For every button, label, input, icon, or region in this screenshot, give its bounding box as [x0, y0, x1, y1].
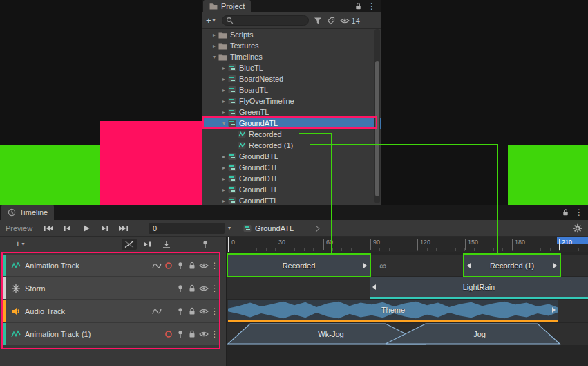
tree-item-groundatl[interactable]: ▾ GroundATL — [202, 118, 381, 129]
track-menu-icon[interactable]: ⋮ — [209, 307, 220, 315]
window-menu-icon[interactable]: ⋮ — [368, 2, 376, 10]
add-track-button[interactable]: + ▾ — [15, 239, 25, 248]
foldout-icon[interactable]: ▾ — [210, 54, 218, 60]
settings-gear-button[interactable] — [573, 223, 582, 233]
foldout-icon[interactable]: ▸ — [220, 65, 228, 71]
edit-mode-mix-button[interactable] — [122, 239, 137, 250]
lock-icon — [188, 262, 196, 270]
foldout-icon[interactable]: ▾ — [220, 120, 228, 127]
foldout-icon[interactable]: ▸ — [220, 109, 228, 116]
lock-track-button[interactable] — [186, 330, 198, 338]
go-to-end-button[interactable] — [115, 222, 131, 235]
folder-icon — [218, 31, 227, 39]
tree-item-recorded-1[interactable]: Recorded (1) — [202, 140, 381, 151]
record-button[interactable] — [162, 330, 174, 338]
mute-track-button[interactable] — [198, 285, 209, 292]
foldout-icon[interactable]: ▸ — [220, 98, 228, 104]
foldout-icon[interactable]: ▸ — [220, 154, 228, 160]
mute-track-button[interactable] — [198, 331, 209, 338]
clip-recorded-1[interactable]: Recorded (1) — [464, 255, 560, 276]
foldout-icon[interactable]: ▸ — [220, 76, 228, 82]
curves-toggle-button[interactable] — [151, 307, 162, 315]
mute-track-button[interactable] — [198, 308, 209, 315]
clips-area[interactable]: Recorded ∞ Recorded (1) LightRain — [227, 252, 588, 366]
tab-timeline[interactable]: Timeline — [1, 205, 54, 220]
play-button[interactable] — [77, 222, 94, 235]
track-menu-icon[interactable]: ⋮ — [209, 262, 220, 270]
tab-project[interactable]: Project — [203, 0, 251, 12]
tree-item-grounddtl[interactable]: ▸ GroundDTL — [202, 173, 381, 184]
lock-track-button[interactable] — [186, 262, 198, 270]
tree-item-timelines[interactable]: ▾ Timelines — [202, 51, 381, 62]
preview-toggle[interactable]: Preview — [6, 224, 32, 232]
tree-item-bluetl[interactable]: ▸ BlueTL — [202, 62, 381, 73]
pin-track-button[interactable] — [174, 330, 186, 338]
tree-item-groundftl[interactable]: ▸ GroundFTL — [202, 195, 381, 205]
search-input[interactable] — [222, 15, 309, 26]
foldout-icon[interactable]: ▸ — [220, 87, 228, 93]
frame-number-field[interactable]: 0 — [149, 223, 225, 234]
tree-item-groundctl[interactable]: ▸ GroundCTL — [202, 162, 381, 173]
foldout-icon[interactable]: ▸ — [210, 32, 218, 38]
record-button[interactable] — [162, 262, 174, 270]
tree-item-recorded[interactable]: Recorded — [202, 129, 381, 140]
search-by-type-button[interactable] — [314, 17, 322, 25]
tree-item-groundbtl[interactable]: ▸ GroundBTL — [202, 151, 381, 162]
tree-item-textures[interactable]: ▸ Textures — [202, 40, 381, 51]
edit-mode-replace-button[interactable] — [159, 239, 174, 250]
folder-icon — [209, 3, 218, 10]
tree-item-flyovertimeline[interactable]: ▸ FlyOverTimeline — [202, 95, 381, 107]
create-asset-button[interactable]: + ▾ — [206, 16, 216, 25]
clip-recorded[interactable]: Recorded — [228, 255, 370, 276]
time-ruler[interactable]: 0 30 60 90 120 150 180 210 — [227, 237, 588, 252]
clip-jog[interactable]: Jog — [428, 323, 531, 345]
packages-visibility-toggle[interactable]: 14 — [340, 17, 360, 25]
foldout-icon[interactable]: ▸ — [210, 43, 218, 49]
tree-item-boardnested[interactable]: ▸ BoardNested — [202, 73, 381, 84]
track-header-animation-track[interactable]: Animation Track ⋮ — [3, 255, 220, 276]
scrollbar-thumb[interactable] — [375, 61, 379, 196]
clip-lightrain[interactable]: LightRain — [370, 277, 588, 299]
track-header-storm[interactable]: Storm ⋮ — [3, 277, 220, 299]
lock-track-button[interactable] — [186, 284, 198, 293]
tree-item-groundetl[interactable]: ▸ GroundETL — [202, 184, 381, 195]
tree-item-scripts[interactable]: ▸ Scripts — [202, 29, 381, 40]
breadcrumb[interactable]: GroundATL — [243, 221, 319, 236]
foldout-icon[interactable]: ▸ — [220, 176, 228, 182]
frame-field-caret-icon[interactable]: ▾ — [228, 226, 231, 231]
track-header-animation-track-1[interactable]: Animation Track (1) ⋮ — [3, 323, 220, 345]
playhead[interactable] — [228, 237, 229, 252]
clock-icon — [8, 208, 16, 217]
pin-track-button[interactable] — [174, 284, 186, 293]
track-menu-icon[interactable]: ⋮ — [209, 284, 220, 293]
timeline-asset-icon — [228, 174, 236, 183]
markers-toggle-button[interactable] — [198, 239, 213, 250]
search-by-label-button[interactable] — [327, 17, 335, 25]
foldout-icon[interactable]: ▸ — [220, 165, 228, 171]
window-menu-icon[interactable]: ⋮ — [575, 208, 583, 217]
timeline-asset-icon — [228, 97, 236, 105]
mute-track-button[interactable] — [198, 262, 209, 269]
pin-track-button[interactable] — [174, 307, 186, 315]
lock-track-button[interactable] — [186, 307, 198, 315]
tree-item-boardtl[interactable]: ▸ BoardTL — [202, 84, 381, 95]
go-to-start-button[interactable] — [40, 222, 57, 235]
tree-item-greentl[interactable]: ▸ GreenTL — [202, 107, 381, 118]
track-header-audio-track[interactable]: Audio Track ⋮ — [3, 300, 220, 322]
next-frame-button[interactable] — [96, 222, 113, 235]
project-scrollbar[interactable] — [374, 29, 380, 203]
previous-frame-button[interactable] — [59, 222, 75, 235]
pin-track-button[interactable] — [174, 262, 186, 270]
curves-toggle-button[interactable] — [151, 262, 162, 270]
foldout-icon[interactable]: ▸ — [220, 198, 228, 204]
lock-icon[interactable] — [354, 2, 362, 10]
eye-icon — [199, 285, 209, 292]
breadcrumb-label: GroundATL — [255, 224, 294, 232]
track-menu-icon[interactable]: ⋮ — [209, 330, 220, 338]
clip-wk-jog[interactable]: Wk-Jog — [255, 323, 407, 345]
clip-theme[interactable]: Theme — [228, 300, 558, 322]
lock-icon[interactable] — [562, 208, 569, 217]
timeline-asset-icon — [228, 196, 236, 205]
edit-mode-ripple-button[interactable] — [140, 239, 155, 250]
foldout-icon[interactable]: ▸ — [220, 187, 228, 193]
